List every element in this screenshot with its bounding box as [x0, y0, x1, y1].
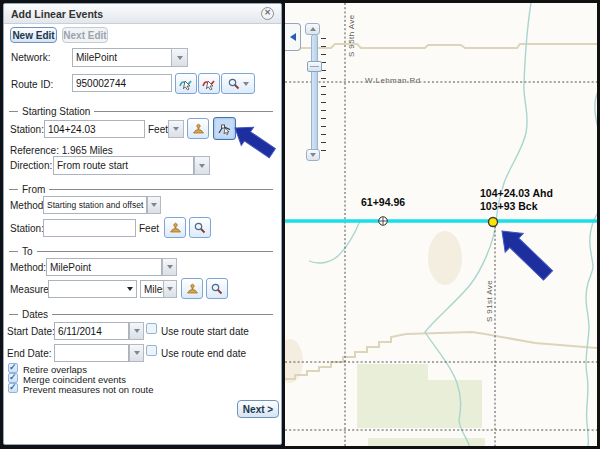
measure-station-icon — [169, 222, 182, 234]
station-label-back: 103+93 Bck — [480, 200, 538, 212]
direction-dropdown-button[interactable] — [194, 156, 210, 175]
start-date-dropdown[interactable] — [129, 322, 144, 340]
measure-units-select[interactable]: Miles — [140, 280, 163, 298]
end-date-input[interactable] — [54, 344, 129, 362]
chevron-down-icon — [177, 56, 183, 60]
use-route-end-date-checkbox[interactable] — [146, 345, 157, 356]
add-linear-events-panel: Add Linear Events ✕ New Edit Next Edit N… — [3, 3, 282, 445]
use-route-start-date-checkbox[interactable] — [146, 323, 157, 334]
station-measure-tool-button[interactable] — [187, 118, 209, 139]
to-section: To — [9, 246, 273, 257]
prevent-measures-checkbox[interactable] — [8, 383, 18, 393]
from-station-input[interactable] — [43, 219, 136, 237]
station-units-label: Feet — [148, 124, 168, 135]
cursor-route-icon — [179, 77, 193, 91]
chevron-down-icon — [134, 329, 140, 333]
chevron-down-icon — [167, 287, 173, 291]
stream — [425, 3, 531, 446]
use-route-end-date-label: Use route end date — [161, 348, 246, 359]
from-units-label: Feet — [139, 223, 159, 234]
panel-header: Add Linear Events ✕ — [4, 4, 281, 24]
network-select[interactable]: MilePoint — [72, 48, 172, 67]
map-viewport[interactable]: S 95th Ave W Lehman Rd S 91st Ave 61+94.… — [285, 3, 597, 446]
chevron-down-icon — [151, 203, 157, 207]
start-date-input[interactable] — [54, 322, 129, 340]
direction-select[interactable]: From route start — [53, 156, 194, 175]
select-station-on-map-button[interactable] — [213, 117, 236, 140]
street-label-s95th-ave: S 95th Ave — [347, 14, 356, 57]
from-station-label: Station: — [10, 223, 44, 234]
stream — [309, 221, 360, 263]
zoom-slider-track[interactable] — [311, 34, 318, 160]
direction-label: Direction: — [10, 160, 52, 171]
reference-marker-icon — [379, 217, 387, 225]
station-label-mid: 61+94.96 — [361, 196, 405, 208]
measure-combo[interactable] — [48, 280, 137, 298]
from-find-button[interactable] — [189, 217, 211, 238]
route-id-input[interactable] — [72, 74, 172, 92]
start-date-label: Start Date: — [7, 326, 55, 337]
zoom-slider-handle[interactable] — [307, 61, 322, 72]
panel-title: Add Linear Events — [11, 8, 103, 20]
next-edit-button[interactable]: Next Edit — [62, 27, 108, 43]
street-label-w-lehman-rd: W Lehman Rd — [365, 76, 421, 85]
chevron-down-icon — [134, 351, 140, 355]
new-edit-button[interactable]: New Edit — [10, 27, 57, 43]
field-polygon — [357, 364, 482, 428]
chevron-down-icon — [167, 265, 173, 269]
stream — [586, 208, 597, 446]
land-patch — [428, 231, 462, 285]
station-label: Station: — [10, 124, 44, 135]
station-label-ahead: 104+24.03 Ahd — [480, 187, 553, 199]
to-method-dropdown-button[interactable] — [162, 258, 177, 276]
network-dropdown-button[interactable] — [171, 48, 188, 67]
station-units-dropdown[interactable] — [168, 120, 184, 138]
from-measure-tool-button[interactable] — [164, 217, 186, 238]
route-id-label: Route ID: — [11, 79, 53, 90]
street-label-s91st-ave: S 91st Ave — [485, 280, 494, 322]
zoom-out-button[interactable] — [306, 149, 320, 161]
to-find-button[interactable] — [206, 278, 228, 299]
clear-route-selection-button[interactable] — [198, 73, 220, 94]
prevent-measures-label: Prevent measures not on route — [23, 384, 153, 395]
chevron-left-icon — [290, 33, 296, 41]
magnifier-icon — [228, 78, 240, 90]
from-method-select[interactable]: Starting station and offset — [43, 196, 147, 214]
end-date-label: End Date: — [7, 348, 51, 359]
map-canvas[interactable] — [285, 3, 597, 446]
zoom-slider-ticks — [321, 38, 326, 158]
chevron-down-icon — [310, 153, 316, 157]
from-method-dropdown-button[interactable] — [147, 196, 161, 214]
stream — [595, 88, 597, 128]
measure-station-icon — [186, 283, 199, 295]
find-route-button[interactable] — [221, 73, 255, 94]
chevron-up-icon — [310, 27, 316, 31]
to-measure-tool-button[interactable] — [181, 278, 203, 299]
cursor-route-red-icon — [202, 77, 216, 91]
selected-station-marker[interactable] — [489, 218, 498, 227]
magnifier-icon — [211, 283, 223, 295]
from-section: From — [9, 184, 273, 195]
select-route-on-map-button[interactable] — [175, 73, 197, 94]
to-method-select[interactable]: MilePoint — [46, 258, 162, 276]
use-route-start-date-label: Use route start date — [161, 326, 249, 337]
station-input[interactable] — [44, 120, 145, 138]
close-icon[interactable]: ✕ — [261, 7, 274, 20]
measure-station-icon — [192, 123, 205, 135]
from-method-label: Method: — [10, 200, 46, 211]
chevron-down-icon — [173, 127, 179, 131]
chevron-down-icon — [243, 82, 249, 86]
measure-label: Measure: — [10, 284, 52, 295]
chevron-down-icon — [127, 287, 133, 291]
magnifier-icon — [194, 222, 206, 234]
chevron-down-icon — [199, 164, 205, 168]
network-label: Network: — [11, 52, 50, 63]
starting-station-section: Starting Station — [9, 106, 273, 117]
reference-text: Reference: 1.965 Miles — [10, 145, 113, 156]
measure-units-dropdown[interactable] — [163, 280, 177, 298]
pick-point-icon — [218, 122, 231, 135]
map-collapse-tab[interactable] — [285, 23, 301, 51]
next-button[interactable]: Next > — [237, 400, 279, 418]
end-date-dropdown[interactable] — [129, 344, 144, 362]
to-method-label: Method: — [10, 262, 46, 273]
